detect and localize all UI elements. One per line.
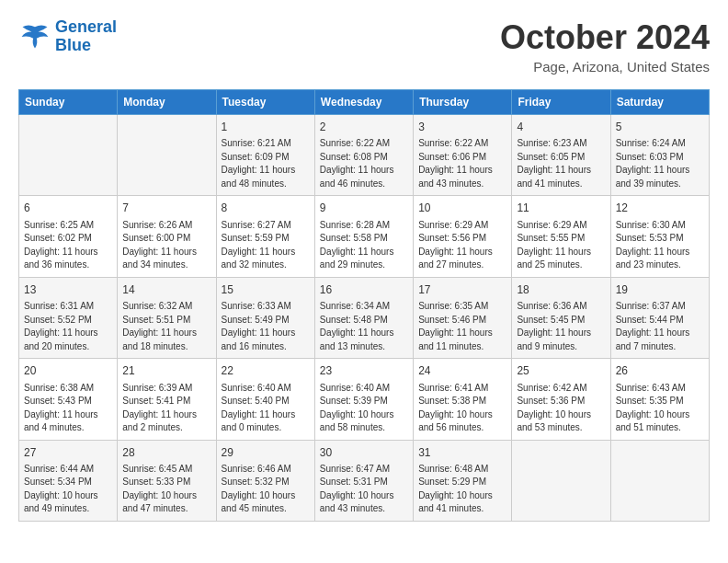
day-info: Sunrise: 6:23 AMSunset: 6:05 PMDaylight:…	[517, 137, 605, 190]
day-number: 2	[320, 120, 408, 135]
calendar-week-row: 6Sunrise: 6:25 AMSunset: 6:02 PMDaylight…	[19, 196, 710, 277]
day-info: Sunrise: 6:33 AMSunset: 5:49 PMDaylight:…	[222, 300, 310, 353]
calendar-cell: 3Sunrise: 6:22 AMSunset: 6:06 PMDaylight…	[414, 115, 512, 196]
day-number: 15	[222, 282, 310, 298]
day-info: Sunrise: 6:35 AMSunset: 5:46 PMDaylight:…	[418, 300, 506, 353]
day-info: Sunrise: 6:24 AMSunset: 6:03 PMDaylight:…	[616, 137, 704, 190]
day-info: Sunrise: 6:37 AMSunset: 5:44 PMDaylight:…	[616, 300, 704, 353]
calendar-cell: 28Sunrise: 6:45 AMSunset: 5:33 PMDayligh…	[118, 440, 216, 521]
calendar-cell: 30Sunrise: 6:47 AMSunset: 5:31 PMDayligh…	[314, 440, 413, 521]
logo-text: General	[55, 18, 117, 37]
day-info: Sunrise: 6:25 AMSunset: 6:02 PMDaylight:…	[24, 219, 112, 272]
logo: General Blue	[18, 18, 117, 55]
day-info: Sunrise: 6:45 AMSunset: 5:33 PMDaylight:…	[122, 463, 210, 516]
calendar-cell: 27Sunrise: 6:44 AMSunset: 5:34 PMDayligh…	[19, 440, 118, 521]
day-number: 21	[122, 363, 210, 379]
col-friday: Friday	[512, 90, 610, 115]
calendar-cell	[610, 440, 709, 521]
calendar-cell: 9Sunrise: 6:28 AMSunset: 5:58 PMDaylight…	[314, 196, 413, 277]
calendar-cell: 7Sunrise: 6:26 AMSunset: 6:00 PMDaylight…	[118, 196, 216, 277]
calendar-cell: 11Sunrise: 6:29 AMSunset: 5:55 PMDayligh…	[512, 196, 610, 277]
day-number: 7	[122, 201, 210, 216]
calendar-cell: 23Sunrise: 6:40 AMSunset: 5:39 PMDayligh…	[314, 359, 413, 440]
day-info: Sunrise: 6:48 AMSunset: 5:29 PMDaylight:…	[418, 463, 506, 516]
calendar-cell: 21Sunrise: 6:39 AMSunset: 5:41 PMDayligh…	[118, 359, 216, 440]
col-wednesday: Wednesday	[314, 90, 413, 115]
header-row: Sunday Monday Tuesday Wednesday Thursday…	[19, 90, 710, 115]
calendar-cell: 15Sunrise: 6:33 AMSunset: 5:49 PMDayligh…	[216, 277, 314, 358]
calendar-cell: 14Sunrise: 6:32 AMSunset: 5:51 PMDayligh…	[118, 277, 216, 358]
day-number: 27	[24, 445, 112, 461]
location: Page, Arizona, United States	[500, 59, 710, 75]
day-number: 20	[24, 363, 112, 379]
day-number: 18	[517, 282, 605, 298]
calendar-body: 1Sunrise: 6:21 AMSunset: 6:09 PMDaylight…	[19, 115, 710, 522]
day-info: Sunrise: 6:38 AMSunset: 5:43 PMDaylight:…	[24, 382, 112, 435]
day-info: Sunrise: 6:27 AMSunset: 5:59 PMDaylight:…	[222, 219, 310, 272]
calendar-cell: 29Sunrise: 6:46 AMSunset: 5:32 PMDayligh…	[216, 440, 314, 521]
col-tuesday: Tuesday	[216, 90, 314, 115]
day-number: 26	[616, 363, 704, 379]
day-info: Sunrise: 6:36 AMSunset: 5:45 PMDaylight:…	[517, 300, 605, 353]
calendar-table: Sunday Monday Tuesday Wednesday Thursday…	[18, 89, 710, 522]
day-number: 4	[517, 120, 605, 135]
day-info: Sunrise: 6:29 AMSunset: 5:55 PMDaylight:…	[517, 219, 605, 272]
calendar-cell: 20Sunrise: 6:38 AMSunset: 5:43 PMDayligh…	[19, 359, 118, 440]
day-info: Sunrise: 6:29 AMSunset: 5:56 PMDaylight:…	[418, 219, 506, 272]
calendar-cell: 24Sunrise: 6:41 AMSunset: 5:38 PMDayligh…	[414, 359, 512, 440]
calendar-cell: 31Sunrise: 6:48 AMSunset: 5:29 PMDayligh…	[414, 440, 512, 521]
day-info: Sunrise: 6:26 AMSunset: 6:00 PMDaylight:…	[122, 219, 210, 272]
col-thursday: Thursday	[414, 90, 512, 115]
day-number: 17	[418, 282, 506, 298]
day-number: 31	[418, 445, 506, 461]
calendar-cell: 6Sunrise: 6:25 AMSunset: 6:02 PMDaylight…	[19, 196, 118, 277]
day-number: 22	[222, 363, 310, 379]
day-number: 1	[222, 120, 310, 135]
day-number: 14	[122, 282, 210, 298]
day-info: Sunrise: 6:43 AMSunset: 5:35 PMDaylight:…	[616, 382, 704, 435]
day-info: Sunrise: 6:31 AMSunset: 5:52 PMDaylight:…	[24, 300, 112, 353]
day-number: 16	[320, 282, 408, 298]
logo-text2: Blue	[55, 37, 117, 55]
day-info: Sunrise: 6:34 AMSunset: 5:48 PMDaylight:…	[320, 300, 408, 353]
day-info: Sunrise: 6:40 AMSunset: 5:39 PMDaylight:…	[320, 382, 408, 435]
calendar-cell: 17Sunrise: 6:35 AMSunset: 5:46 PMDayligh…	[414, 277, 512, 358]
calendar-cell: 5Sunrise: 6:24 AMSunset: 6:03 PMDaylight…	[610, 115, 709, 196]
calendar-cell	[19, 115, 118, 196]
day-info: Sunrise: 6:47 AMSunset: 5:31 PMDaylight:…	[320, 463, 408, 516]
day-info: Sunrise: 6:46 AMSunset: 5:32 PMDaylight:…	[222, 463, 310, 516]
calendar-cell: 18Sunrise: 6:36 AMSunset: 5:45 PMDayligh…	[512, 277, 610, 358]
calendar-cell: 4Sunrise: 6:23 AMSunset: 6:05 PMDaylight…	[512, 115, 610, 196]
calendar-cell: 2Sunrise: 6:22 AMSunset: 6:08 PMDaylight…	[314, 115, 413, 196]
calendar-week-row: 27Sunrise: 6:44 AMSunset: 5:34 PMDayligh…	[19, 440, 710, 521]
month-title: October 2024	[500, 18, 710, 57]
day-number: 23	[320, 363, 408, 379]
day-number: 10	[418, 201, 506, 216]
day-info: Sunrise: 6:28 AMSunset: 5:58 PMDaylight:…	[320, 219, 408, 272]
calendar-cell: 13Sunrise: 6:31 AMSunset: 5:52 PMDayligh…	[19, 277, 118, 358]
calendar-cell	[512, 440, 610, 521]
calendar-cell: 10Sunrise: 6:29 AMSunset: 5:56 PMDayligh…	[414, 196, 512, 277]
col-sunday: Sunday	[19, 90, 118, 115]
day-number: 3	[418, 120, 506, 135]
day-info: Sunrise: 6:32 AMSunset: 5:51 PMDaylight:…	[122, 300, 210, 353]
day-info: Sunrise: 6:39 AMSunset: 5:41 PMDaylight:…	[122, 382, 210, 435]
calendar-cell: 8Sunrise: 6:27 AMSunset: 5:59 PMDaylight…	[216, 196, 314, 277]
day-number: 24	[418, 363, 506, 379]
calendar-week-row: 1Sunrise: 6:21 AMSunset: 6:09 PMDaylight…	[19, 115, 710, 196]
day-number: 19	[616, 282, 704, 298]
day-number: 9	[320, 201, 408, 216]
calendar-cell	[118, 115, 216, 196]
calendar-cell: 22Sunrise: 6:40 AMSunset: 5:40 PMDayligh…	[216, 359, 314, 440]
calendar-header: Sunday Monday Tuesday Wednesday Thursday…	[19, 90, 710, 115]
day-number: 5	[616, 120, 704, 135]
day-info: Sunrise: 6:30 AMSunset: 5:53 PMDaylight:…	[616, 219, 704, 272]
day-number: 12	[616, 201, 704, 216]
logo-bird-icon	[18, 20, 51, 53]
calendar-cell: 1Sunrise: 6:21 AMSunset: 6:09 PMDaylight…	[216, 115, 314, 196]
day-info: Sunrise: 6:22 AMSunset: 6:06 PMDaylight:…	[418, 137, 506, 190]
day-number: 29	[222, 445, 310, 461]
day-number: 25	[517, 363, 605, 379]
day-number: 28	[122, 445, 210, 461]
day-info: Sunrise: 6:22 AMSunset: 6:08 PMDaylight:…	[320, 137, 408, 190]
